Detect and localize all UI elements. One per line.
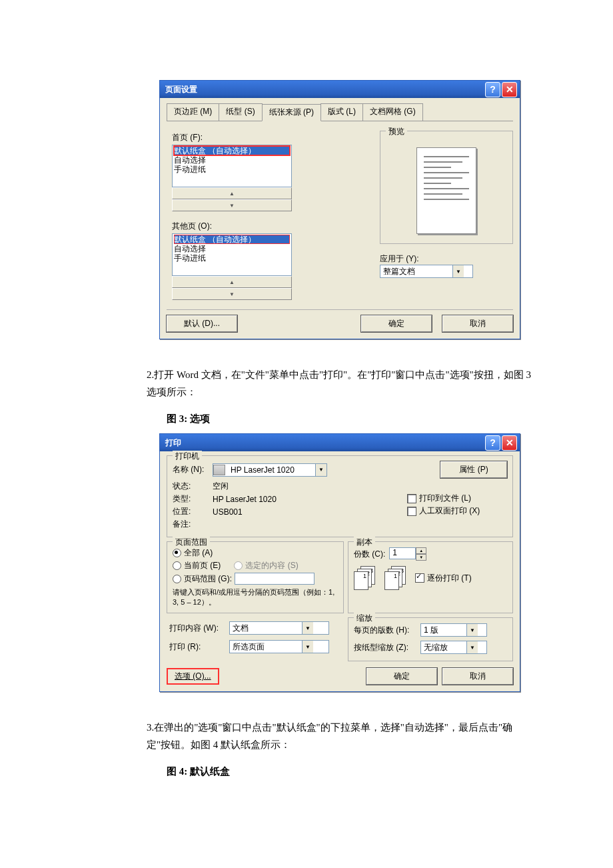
print-to-file-checkbox[interactable]: [407, 494, 416, 503]
type-value: HP LaserJet 1020: [213, 495, 277, 504]
paragraph-3: 3.在弹出的"选项"窗口中点击"默认纸盒"的下拉菜单，选择"自动选择"，最后点击…: [147, 719, 533, 753]
zoom-group: 缩放 每页的版数 (H): 1 版 ▼ 按纸型缩放 (Z): 无缩放 ▼: [348, 617, 513, 661]
printer-group: 打印机 名称 (N): HP LaserJet 1020 ▼ 属性 (P) 状态…: [167, 455, 513, 537]
scroll-down-icon[interactable]: ▼: [172, 288, 292, 300]
pages-per-sheet-combo[interactable]: 1 版 ▼: [420, 623, 487, 637]
range-pages-input[interactable]: [235, 573, 314, 585]
chevron-down-icon[interactable]: ▼: [302, 622, 313, 634]
range-all-radio[interactable]: [173, 549, 181, 557]
pages-per-sheet-label: 每页的版数 (H):: [354, 625, 420, 636]
chevron-down-icon[interactable]: ▼: [302, 641, 313, 653]
tab-margins[interactable]: 页边距 (M): [167, 103, 219, 121]
where-label: 位置:: [173, 506, 213, 517]
print-range-value: 所选页面: [230, 641, 302, 653]
list-item[interactable]: 手动进纸: [174, 165, 290, 174]
figure-3-caption: 图 3: 选项: [167, 413, 533, 425]
dialog-title: 页面设置: [165, 84, 484, 95]
pages-per-sheet-value: 1 版: [421, 625, 466, 636]
tabstrip: 页边距 (M) 纸型 (S) 纸张来源 (P) 版式 (L) 文档网格 (G): [167, 103, 513, 121]
collate-label: 逐份打印 (T): [427, 573, 472, 583]
scroll-down-icon[interactable]: ▼: [172, 199, 292, 211]
manual-duplex-checkbox[interactable]: [407, 507, 416, 516]
spin-up-icon[interactable]: ▲: [416, 547, 426, 554]
range-pages-radio[interactable]: [173, 575, 181, 583]
ok-button[interactable]: 确定: [361, 315, 432, 332]
preview-label: 预览: [386, 126, 407, 137]
print-to-file-label: 打印到文件 (L): [419, 493, 471, 504]
ok-button[interactable]: 确定: [366, 668, 437, 685]
titlebar: 打印 ? ✕: [160, 434, 520, 451]
help-button[interactable]: ?: [485, 82, 500, 97]
copies-value[interactable]: 1: [389, 547, 416, 559]
list-item[interactable]: 默认纸盒 （自动选择）: [174, 235, 290, 244]
help-button[interactable]: ?: [485, 435, 500, 451]
first-page-label: 首页 (F):: [172, 132, 360, 143]
status-label: 状态:: [173, 481, 213, 492]
apply-to-label: 应用于 (Y):: [380, 253, 513, 265]
properties-button[interactable]: 属性 (P): [440, 461, 507, 478]
first-page-listbox[interactable]: 默认纸盒 （自动选择） 自动选择 手动进纸: [172, 145, 292, 187]
printer-name-combo[interactable]: HP LaserJet 1020 ▼: [213, 463, 327, 477]
tab-grid[interactable]: 文档网格 (G): [362, 103, 423, 121]
titlebar: 页面设置 ? ✕: [160, 81, 520, 98]
printer-icon: [213, 465, 225, 475]
chevron-down-icon[interactable]: ▼: [466, 641, 478, 653]
cancel-button[interactable]: 取消: [442, 315, 513, 332]
print-what-combo[interactable]: 文档 ▼: [229, 621, 329, 635]
range-all-label: 全部 (A): [184, 547, 213, 559]
figure-4-caption: 图 4: 默认纸盒: [167, 765, 533, 778]
dialog-title: 打印: [165, 437, 484, 449]
copies-legend: 副本: [354, 537, 375, 548]
scroll-up-icon[interactable]: ▲: [172, 276, 292, 288]
copies-spinner[interactable]: 1 ▲▼: [389, 547, 426, 561]
list-item[interactable]: 自动选择: [174, 244, 290, 253]
where-value: USB001: [213, 507, 243, 517]
print-dialog: 打印 ? ✕ 打印机 名称 (N): HP LaserJet 1020 ▼ 属性…: [159, 433, 520, 692]
range-pages-label: 页码范围 (G):: [184, 573, 232, 585]
scroll-up-icon[interactable]: ▲: [172, 187, 292, 199]
document-page: 页面设置 ? ✕ 页边距 (M) 纸型 (S) 纸张来源 (P) 版式 (L) …: [0, 0, 613, 839]
copies-label: 份数 (C):: [354, 549, 385, 560]
printer-legend: 打印机: [173, 451, 202, 462]
name-label: 名称 (N):: [173, 464, 213, 475]
copies-group: 副本 份数 (C): 1 ▲▼ 3 2: [348, 541, 513, 613]
page-setup-dialog: 页面设置 ? ✕ 页边距 (M) 纸型 (S) 纸张来源 (P) 版式 (L) …: [159, 80, 520, 339]
cancel-button[interactable]: 取消: [442, 668, 513, 685]
other-pages-listbox[interactable]: 默认纸盒 （自动选择） 自动选择 手动进纸: [172, 233, 292, 276]
range-selection-label: 选定的内容 (S): [245, 560, 298, 571]
other-pages-label: 其他页 (O):: [172, 221, 360, 232]
print-range-label: 打印 (R):: [169, 641, 229, 653]
scale-to-combo[interactable]: 无缩放 ▼: [420, 641, 487, 654]
range-current-label: 当前页 (E): [184, 560, 221, 571]
scrollbar[interactable]: ▲ ▼: [172, 276, 292, 300]
default-button[interactable]: 默认 (D)...: [167, 315, 237, 332]
tab-paper-size[interactable]: 纸型 (S): [219, 103, 262, 121]
options-button[interactable]: 选项 (O)...: [167, 668, 219, 685]
print-what-value: 文档: [230, 623, 302, 634]
chevron-down-icon[interactable]: ▼: [466, 624, 478, 636]
range-current-radio[interactable]: [173, 561, 181, 570]
scale-to-label: 按纸型缩放 (Z):: [354, 642, 420, 653]
print-range-combo[interactable]: 所选页面 ▼: [229, 640, 329, 653]
chevron-down-icon[interactable]: ▼: [315, 464, 326, 476]
tab-layout[interactable]: 版式 (L): [320, 103, 363, 121]
list-item[interactable]: 自动选择: [174, 155, 290, 165]
apply-to-value: 整篇文档: [380, 266, 452, 277]
printer-name: HP LaserJet 1020: [228, 465, 315, 475]
apply-to-combo[interactable]: 整篇文档 ▼: [380, 265, 473, 278]
manual-duplex-label: 人工双面打印 (X): [419, 505, 480, 517]
range-selection-radio: [234, 561, 243, 570]
scrollbar[interactable]: ▲ ▼: [172, 187, 292, 211]
spin-down-icon[interactable]: ▼: [416, 554, 426, 561]
close-button[interactable]: ✕: [502, 82, 517, 97]
tab-paper-source[interactable]: 纸张来源 (P): [262, 104, 321, 121]
close-button[interactable]: ✕: [502, 435, 517, 451]
list-item[interactable]: 默认纸盒 （自动选择）: [174, 146, 290, 155]
range-hint: 请键入页码和/或用逗号分隔的页码范围（例如：1, 3, 5 – 12）。: [173, 587, 338, 607]
collate-checkbox[interactable]: ✓: [415, 573, 424, 583]
comment-label: 备注:: [173, 519, 213, 530]
range-legend: 页面范围: [173, 537, 210, 548]
preview-page-icon: [416, 147, 476, 234]
chevron-down-icon[interactable]: ▼: [452, 265, 464, 277]
list-item[interactable]: 手动进纸: [174, 253, 290, 263]
